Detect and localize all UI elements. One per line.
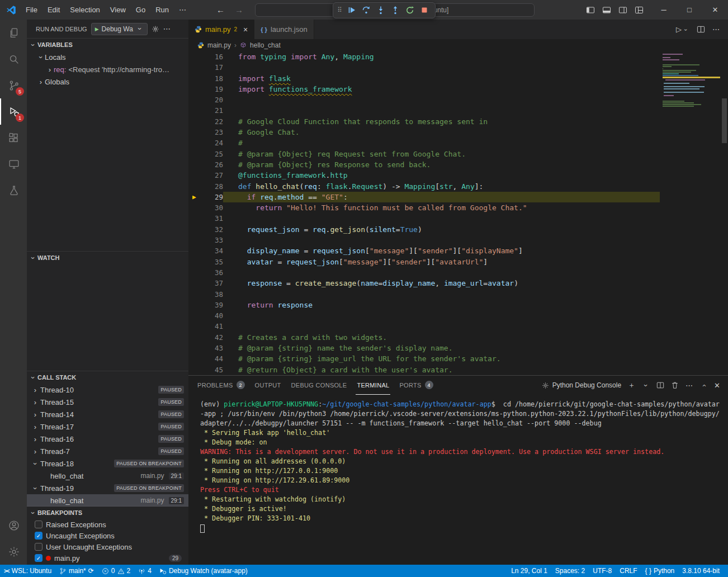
line-number[interactable]: 23 [188,127,223,138]
tab-launch-json[interactable]: { } launch.json [254,20,314,39]
panel-more-icon[interactable]: ⋯ [686,381,693,390]
line-number[interactable]: 16 [188,51,223,62]
minimap[interactable] [663,54,720,108]
customize-layout-icon[interactable] [631,2,646,17]
line-number[interactable]: 39 [188,300,223,310]
maximize-panel-icon[interactable]: › [699,381,708,389]
code-line[interactable]: 40 [188,310,728,321]
globals-scope-row[interactable]: ›Globals [27,75,188,88]
close-button[interactable]: ✕ [702,0,728,20]
toggle-secondary-sidebar-icon[interactable] [615,2,630,17]
breakpoint-checkbox[interactable] [35,521,42,528]
forward-button[interactable]: → [230,5,248,15]
breakpoints-header[interactable]: ›BREAKPOINTS [27,507,188,519]
python-interpreter[interactable]: 3.8.10 64-bit [678,565,724,577]
breakpoint-row[interactable]: User Uncaught Exceptions [27,541,188,552]
panel-tab-output[interactable]: OUTPUT [254,376,282,395]
breakpoint-row[interactable]: ✓main.py29 [27,552,188,564]
line-number[interactable]: 27 [188,170,223,181]
split-editor-icon[interactable] [697,25,705,34]
code-line[interactable]: 34 display_name = request_json["message"… [188,245,728,256]
kill-terminal-icon[interactable] [671,381,679,389]
thread-row[interactable]: ›Thread-14PAUSED [27,408,188,420]
line-number[interactable]: 37 [188,278,223,288]
code-line[interactable]: 23# Google Chat. [188,127,728,138]
scrollbar-thumb[interactable] [722,98,727,143]
code-line[interactable]: 20 [188,94,728,105]
line-number[interactable]: 36 [188,267,223,278]
breakpoint-checkbox[interactable]: ✓ [35,532,42,540]
thread-row[interactable]: ›Thread-7PAUSED [27,445,188,457]
more-actions-icon[interactable]: ⋯ [163,25,171,33]
line-number[interactable]: 22 [188,116,223,127]
tab-main-py[interactable]: main.py 2 × [188,20,254,39]
code-line[interactable]: 41 [188,321,728,332]
debug-step-into-button[interactable] [375,4,387,17]
stack-frame-row[interactable]: hello_chatmain.py29:1 [27,470,188,482]
line-number[interactable]: 42 [188,332,223,343]
line-number[interactable]: 43 [188,343,223,353]
cursor-position[interactable]: Ln 29, Col 1 [507,565,551,577]
line-number[interactable]: 17 [188,62,223,73]
toggle-panel-icon[interactable] [599,2,614,17]
debug-step-over-button[interactable] [360,4,373,17]
thread-row[interactable]: ›Thread-18PAUSED ON BREAKPOINT [27,457,188,470]
line-number[interactable]: 25 [188,149,223,159]
search-icon[interactable] [0,46,27,72]
breadcrumb-symbol[interactable]: hello_chat [250,41,281,49]
line-number[interactable]: 19 [188,84,223,94]
code-line[interactable]: 16from typing import Any, Mapping [188,51,728,62]
code-line[interactable]: 21 [188,105,728,116]
code-line[interactable]: 39 return response [188,300,728,310]
thread-row[interactable]: ›Thread-17PAUSED [27,420,188,433]
split-terminal-icon[interactable] [656,381,664,389]
line-number[interactable]: 28 [188,181,223,192]
new-terminal-icon[interactable]: ＋ [628,380,635,390]
minimize-button[interactable]: ─ [651,0,677,20]
start-debug-icon[interactable]: ▶ [95,26,99,32]
code-line[interactable]: 38 [188,289,728,300]
code-line[interactable]: 32 request_json = req.get_json(silent=Tr… [188,224,728,235]
close-panel-icon[interactable]: ✕ [714,381,720,390]
panel-tab-ports[interactable]: PORTS4 [398,376,434,395]
toggle-sidebar-icon[interactable] [583,2,598,17]
breakpoint-row[interactable]: ✓Uncaught Exceptions [27,530,188,541]
testing-icon[interactable] [0,177,27,204]
code-line[interactable]: 30 return "Hello! This function must be … [188,202,728,213]
account-icon[interactable] [0,512,27,538]
menu-item-2[interactable]: Selection [65,0,105,20]
indentation[interactable]: Spaces: 2 [551,565,589,577]
line-number[interactable]: 40 [188,310,223,321]
line-number[interactable]: 24 [188,138,223,148]
more-actions-icon[interactable]: ⋯ [712,25,720,34]
line-number[interactable]: 32 [188,224,223,235]
source-control-icon[interactable]: 5 [0,72,27,98]
code-line[interactable]: 37 response = create_message(name=displa… [188,278,728,288]
thread-row[interactable]: ›Thread-16PAUSED [27,433,188,445]
line-number[interactable]: 18 [188,73,223,84]
line-number[interactable]: 30 [188,202,223,213]
menu-item-1[interactable]: Edit [42,0,65,20]
code-line[interactable]: ▶29 if req.method == "GET": [188,192,728,202]
debug-stop-button[interactable] [418,4,431,17]
debug-step-out-button[interactable] [389,4,402,17]
breakpoint-row[interactable]: Raised Exceptions [27,519,188,530]
settings-gear-icon[interactable] [0,538,27,565]
thread-row[interactable]: ›Thread-10PAUSED [27,384,188,396]
breakpoint-checkbox[interactable]: ✓ [35,554,42,562]
debug-config-dropdown[interactable]: ▶ Debug Wa › [91,23,148,35]
line-number[interactable]: 45 [188,365,223,375]
stack-frame-row[interactable]: hello_chatmain.py29:1 [27,494,188,507]
breadcrumb-file[interactable]: main.py [207,41,231,49]
line-number[interactable]: 21 [188,105,223,116]
line-number[interactable]: 44 [188,353,223,364]
panel-tab-problems[interactable]: PROBLEMS2 [196,376,246,395]
code-line[interactable]: 19import functions_framework [188,84,728,94]
line-number[interactable]: 31 [188,213,223,224]
code-line[interactable]: 28def hello_chat(req: flask.Request) -> … [188,181,728,192]
back-button[interactable]: ← [211,5,230,15]
thread-row[interactable]: ›Thread-15PAUSED [27,396,188,408]
code-line[interactable]: 36 [188,267,728,278]
terminal-dropdown-icon[interactable]: › [642,381,650,389]
debug-status-item[interactable]: Debug Watch (avatar-app) [155,565,252,577]
